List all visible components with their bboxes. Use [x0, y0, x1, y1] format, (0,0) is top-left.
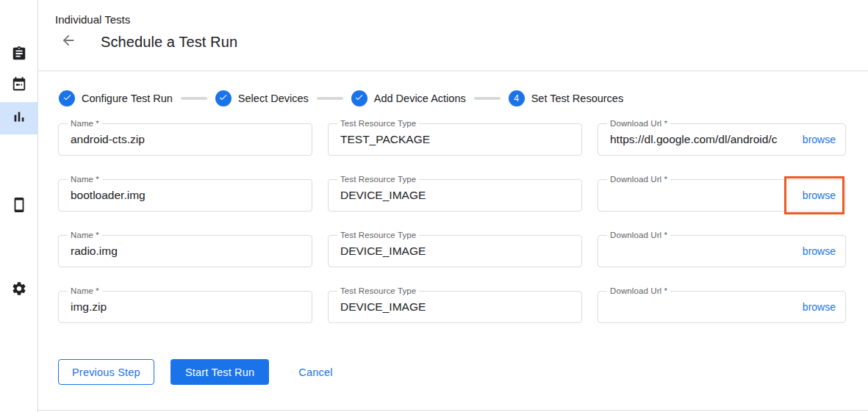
- calendar-icon: [11, 76, 27, 95]
- sidebar-item-devices[interactable]: [0, 190, 38, 223]
- step-label: Add Device Actions: [374, 93, 466, 104]
- type-value[interactable]: DEVICE_IMAGE: [329, 300, 581, 314]
- bottom-divider: [38, 410, 868, 411]
- check-icon: [62, 92, 72, 105]
- browse-link[interactable]: browse: [803, 301, 836, 313]
- browse-link[interactable]: browse: [803, 189, 836, 201]
- name-value[interactable]: bootloader.img: [59, 189, 312, 202]
- step-label: Configure Test Run: [82, 93, 173, 104]
- field-label: Download Url *: [607, 175, 670, 184]
- sidebar: [0, 0, 38, 412]
- field-label: Name *: [68, 119, 102, 128]
- name-value[interactable]: radio.img: [59, 245, 312, 258]
- step-connector: [181, 97, 207, 100]
- field-label: Download Url *: [607, 119, 670, 128]
- type-value[interactable]: TEST_PACKAGE: [329, 133, 581, 146]
- step-set-test-resources[interactable]: 4 Set Test Resources: [509, 90, 623, 106]
- name-field[interactable]: Name * radio.img: [58, 235, 312, 267]
- step-complete-badge: [215, 90, 232, 106]
- step-complete-badge: [59, 90, 75, 106]
- step-label: Set Test Resources: [531, 93, 623, 104]
- step-complete-badge: [351, 90, 367, 106]
- download-url-field[interactable]: Download Url * browse: [598, 235, 846, 267]
- step-number-badge: 4: [509, 90, 525, 106]
- check-icon: [218, 92, 228, 105]
- arrow-back-icon: [60, 32, 76, 51]
- type-value[interactable]: DEVICE_IMAGE: [329, 245, 581, 258]
- test-resource-type-field[interactable]: Test Resource Type DEVICE_IMAGE: [328, 235, 582, 267]
- browse-link[interactable]: browse: [803, 245, 836, 257]
- download-url-field[interactable]: Download Url * browse: [598, 291, 846, 323]
- field-label: Name *: [68, 231, 102, 239]
- browse-link[interactable]: browse: [803, 134, 836, 145]
- sidebar-item-tests[interactable]: [0, 39, 38, 71]
- download-url-field[interactable]: Download Url * browse: [598, 179, 846, 212]
- previous-step-button[interactable]: Previous Step: [58, 359, 154, 385]
- clipboard-icon: [11, 46, 27, 65]
- check-icon: [354, 92, 364, 105]
- name-value[interactable]: android-cts.zip: [59, 133, 312, 146]
- gear-icon: [11, 281, 27, 300]
- step-configure-test-run[interactable]: Configure Test Run: [59, 90, 173, 106]
- name-field[interactable]: Name * bootloader.img: [58, 179, 312, 212]
- field-label: Name *: [68, 286, 102, 295]
- page-header: Individual Tests Schedule a Test Run: [38, 0, 868, 71]
- field-label: Test Resource Type: [337, 286, 419, 295]
- field-label: Test Resource Type: [337, 231, 419, 239]
- test-resource-type-field[interactable]: Test Resource Type TEST_PACKAGE: [328, 123, 582, 156]
- sidebar-item-settings[interactable]: [0, 274, 38, 306]
- step-connector: [317, 97, 343, 100]
- step-select-devices[interactable]: Select Devices: [215, 90, 309, 106]
- smartphone-icon: [11, 197, 27, 216]
- name-field[interactable]: Name * android-cts.zip: [58, 123, 312, 156]
- sidebar-item-test-plans[interactable]: [0, 69, 38, 101]
- page-title: Schedule a Test Run: [101, 34, 237, 51]
- start-test-run-button[interactable]: Start Test Run: [171, 359, 269, 385]
- back-button[interactable]: [60, 33, 77, 51]
- form-actions: Previous Step Start Test Run Cancel: [58, 359, 868, 385]
- field-label: Test Resource Type: [337, 175, 419, 184]
- name-field[interactable]: Name * img.zip: [58, 291, 312, 323]
- url-value[interactable]: https://dl.google.com/dl/android/c: [598, 133, 798, 146]
- stepper: Configure Test Run Select Devices Add De…: [59, 90, 868, 106]
- test-resource-type-field[interactable]: Test Resource Type DEVICE_IMAGE: [328, 179, 582, 212]
- field-label: Download Url *: [607, 286, 670, 295]
- step-label: Select Devices: [238, 93, 309, 104]
- field-label: Download Url *: [607, 231, 670, 239]
- test-resources-form: Name * android-cts.zip Test Resource Typ…: [58, 123, 868, 323]
- step-connector: [474, 97, 501, 100]
- test-resource-type-field[interactable]: Test Resource Type DEVICE_IMAGE: [328, 291, 582, 323]
- name-value[interactable]: img.zip: [59, 300, 312, 314]
- field-label: Name *: [68, 175, 102, 184]
- download-url-field[interactable]: Download Url * https://dl.google.com/dl/…: [598, 123, 846, 156]
- type-value[interactable]: DEVICE_IMAGE: [329, 189, 581, 202]
- step-add-device-actions[interactable]: Add Device Actions: [351, 90, 466, 106]
- bar-chart-icon: [11, 109, 27, 128]
- field-label: Test Resource Type: [337, 119, 419, 128]
- breadcrumb: Individual Tests: [55, 0, 868, 26]
- step-number: 4: [514, 93, 519, 104]
- main-content: Individual Tests Schedule a Test Run Con…: [38, 0, 868, 412]
- cancel-button[interactable]: Cancel: [297, 359, 334, 385]
- sidebar-item-test-runs[interactable]: [0, 102, 38, 134]
